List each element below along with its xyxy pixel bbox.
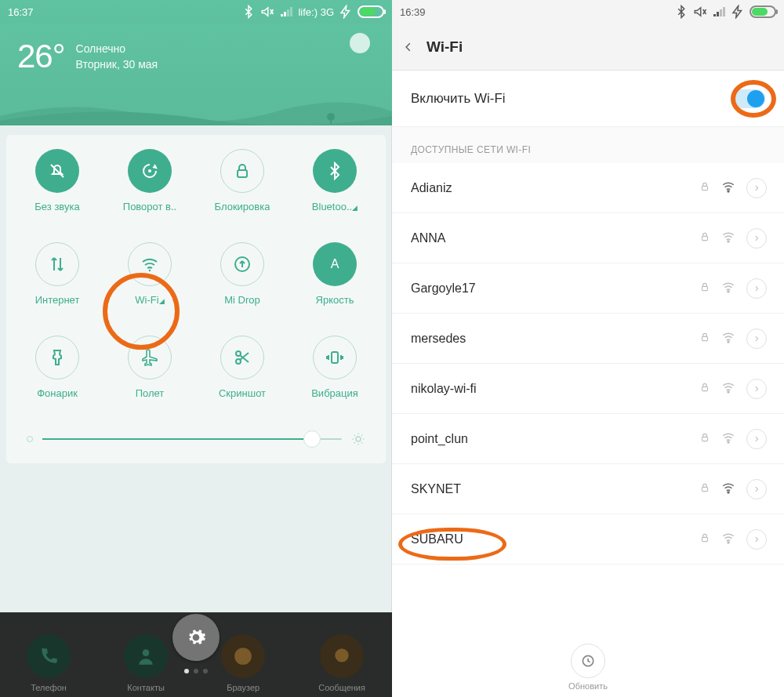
page-indicator (184, 669, 208, 673)
torch-icon (35, 336, 79, 379)
signal-icon (279, 5, 293, 19)
bluetooth-icon (313, 149, 357, 193)
svg-rect-14 (702, 236, 708, 240)
network-details-button[interactable] (746, 329, 767, 349)
svg-rect-26 (702, 537, 708, 541)
available-networks-heading: ДОСТУПНЫЕ СЕТИ WI-FI (392, 127, 784, 163)
toggle-plane[interactable]: Полет (103, 336, 196, 399)
network-name: mersedes (411, 332, 688, 346)
network-row[interactable]: SUBARU (392, 514, 784, 564)
svg-rect-16 (702, 286, 708, 290)
toggle-label: Wi-Fi◢ (135, 294, 164, 306)
flash-icon (339, 5, 353, 19)
refresh-button[interactable] (571, 644, 605, 678)
network-row[interactable]: point_clun (392, 414, 784, 464)
svg-point-17 (728, 291, 729, 292)
toggle-bt[interactable]: Bluetoo..◢ (289, 149, 381, 212)
status-time: 16:37 (8, 6, 34, 18)
weather-widget[interactable]: 26° Солнечно Вторник, 30 мая (0, 24, 392, 125)
svg-point-23 (728, 441, 729, 443)
quick-toggle-panel: Без звукаПоворот в..БлокировкаBluetoo..◢… (6, 135, 386, 463)
svg-point-13 (728, 191, 729, 192)
network-name: ANNA (411, 231, 688, 245)
dock-messages[interactable]: Сообщения (318, 634, 365, 692)
svg-point-9 (143, 649, 150, 656)
network-row[interactable]: SKYNET (392, 464, 784, 514)
flash-icon (731, 5, 745, 19)
back-button[interactable] (403, 42, 414, 53)
svg-point-0 (148, 169, 151, 172)
toggle-label: Скриншот (219, 387, 266, 399)
toggle-torch[interactable]: Фонарик (11, 336, 103, 399)
svg-rect-12 (702, 186, 708, 190)
lock-icon (699, 181, 710, 195)
battery-icon (750, 5, 776, 18)
wifi-signal-icon (721, 180, 735, 197)
network-name: SUBARU (411, 532, 688, 546)
toggle-midrop[interactable]: Mi Drop (196, 242, 289, 306)
network-details-button[interactable] (746, 479, 767, 499)
lock-icon (699, 231, 710, 245)
refresh-area: Обновить (568, 644, 608, 691)
network-details-button[interactable] (746, 379, 767, 399)
network-name: nikolay-wi-fi (411, 382, 688, 396)
wifi-signal-icon (721, 280, 735, 297)
toggle-rotate[interactable]: Поворот в.. (103, 149, 196, 212)
toggle-bright[interactable]: AЯркость (289, 242, 381, 306)
wifi-signal-icon (721, 380, 735, 398)
svg-rect-1 (238, 170, 247, 177)
brightness-slider[interactable] (42, 438, 342, 440)
toggle-silent[interactable]: Без звука (11, 149, 103, 212)
network-name: SKYNET (411, 482, 688, 496)
lock-icon (220, 149, 264, 193)
wifi-settings-screen: 16:39 Wi-Fi Включить Wi-Fi ДОСТУПНЫЕ СЕТ… (392, 0, 784, 697)
network-details-button[interactable] (746, 429, 767, 449)
network-details-button[interactable] (746, 278, 767, 299)
svg-point-21 (728, 391, 729, 393)
battery-icon (358, 5, 384, 18)
weather-date: Вторник, 30 мая (76, 56, 158, 72)
wifi-icon (128, 242, 172, 286)
bell-off-icon (35, 149, 79, 193)
toggle-shot[interactable]: Скриншот (196, 336, 289, 399)
network-details-button[interactable] (746, 178, 767, 198)
network-details-button[interactable] (746, 228, 767, 249)
network-row[interactable]: nikolay-wi-fi (392, 364, 784, 414)
toggle-label: Bluetoo..◢ (312, 201, 358, 212)
sun-illustration (350, 33, 370, 53)
midrop-icon (220, 242, 264, 286)
dock-browser[interactable]: Браузер (221, 634, 265, 692)
svg-point-11 (335, 648, 348, 662)
toggle-lock[interactable]: Блокировка (196, 149, 289, 212)
dock: Телефон Контакты Браузер Сообщения (0, 612, 392, 697)
dock-phone[interactable]: Телефон (27, 634, 71, 692)
network-name: Adianiz (411, 181, 688, 195)
toggle-wifi[interactable]: Wi-Fi◢ (103, 242, 196, 306)
settings-button[interactable] (172, 614, 220, 661)
network-row[interactable]: Gargoyle17 (392, 263, 784, 314)
svg-rect-22 (702, 437, 708, 441)
brightness-thumb[interactable] (303, 430, 321, 448)
wifi-enable-label: Включить Wi-Fi (411, 91, 506, 107)
network-details-button[interactable] (746, 529, 767, 550)
quick-settings-screen: 16:37 life:) 3G 26° Солнечно Вторник, 30… (0, 0, 392, 697)
network-row[interactable]: Adianiz (392, 163, 784, 213)
toggle-vibe[interactable]: Вибрация (289, 336, 381, 399)
toggle-label: Mi Drop (224, 294, 260, 306)
wifi-enable-row[interactable]: Включить Wi-Fi (392, 71, 784, 127)
svg-point-25 (728, 492, 729, 493)
dock-contacts[interactable]: Контакты (124, 634, 168, 692)
brightness-min-icon (27, 436, 33, 442)
lock-icon (699, 482, 710, 496)
weather-temp: 26° (17, 38, 65, 75)
wifi-toggle[interactable] (731, 89, 765, 108)
svg-rect-24 (702, 487, 708, 491)
mute-icon (693, 5, 707, 19)
toggle-label: Полет (136, 387, 165, 399)
lock-icon (699, 432, 710, 446)
network-row[interactable]: mersedes (392, 314, 784, 364)
network-row[interactable]: ANNA (392, 213, 784, 263)
toggle-data[interactable]: Интернет (11, 242, 103, 306)
status-time: 16:39 (400, 6, 426, 18)
brightness-max-icon (351, 432, 365, 446)
